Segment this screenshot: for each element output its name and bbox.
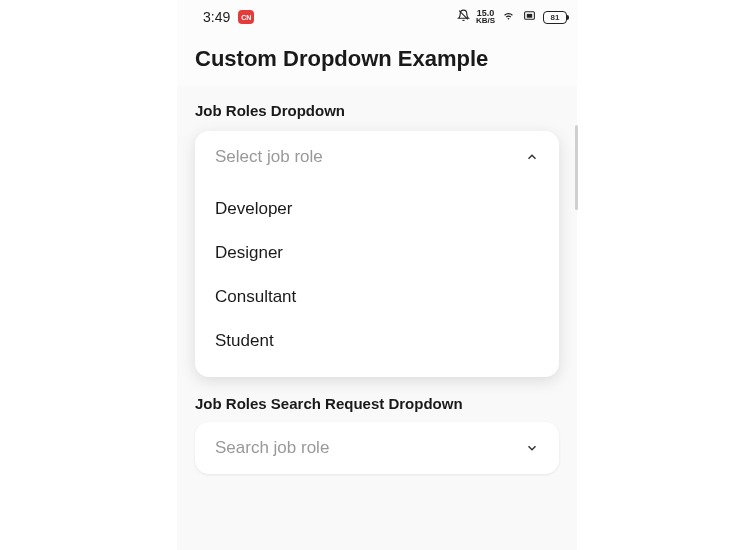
status-bar-right: 15.0 KB/S 81 [457, 9, 567, 25]
battery-icon: 81 [543, 11, 567, 24]
bell-off-icon [457, 9, 470, 25]
phone-frame: 3:49 CN 15.0 KB/S [177, 0, 577, 550]
network-speed: 15.0 KB/S [476, 10, 495, 24]
page-header: Custom Dropdown Example [177, 34, 577, 86]
dropdown2-header[interactable]: Search job role [195, 422, 559, 474]
dropdown1-option-consultant[interactable]: Consultant [195, 275, 559, 319]
dropdown1-option-designer[interactable]: Designer [195, 231, 559, 275]
dropdown1-option-developer[interactable]: Developer [195, 187, 559, 231]
screen-cast-icon [522, 9, 537, 25]
status-bar-left: 3:49 CN [203, 9, 254, 25]
dropdown1-list: Developer Designer Consultant Student [195, 183, 559, 377]
job-roles-dropdown[interactable]: Select job role Developer Designer Consu… [195, 131, 559, 377]
content-area: Job Roles Dropdown Select job role Devel… [177, 86, 577, 490]
dropdown1-option-student[interactable]: Student [195, 319, 559, 363]
dropdown1-placeholder: Select job role [215, 147, 323, 167]
dropdown2-placeholder: Search job role [215, 438, 329, 458]
dropdown2-label: Job Roles Search Request Dropdown [195, 395, 559, 412]
scrollbar[interactable] [575, 125, 578, 210]
dropdown1-header[interactable]: Select job role [195, 131, 559, 183]
dropdown1-label: Job Roles Dropdown [195, 102, 559, 119]
job-roles-search-dropdown[interactable]: Search job role [195, 422, 559, 474]
status-bar: 3:49 CN 15.0 KB/S [177, 0, 577, 34]
page-title: Custom Dropdown Example [195, 46, 559, 72]
svg-rect-2 [527, 14, 531, 17]
wifi-icon [501, 9, 516, 25]
chevron-up-icon [525, 150, 539, 164]
status-time: 3:49 [203, 9, 230, 25]
chevron-down-icon [525, 441, 539, 455]
status-app-badge: CN [238, 10, 254, 24]
